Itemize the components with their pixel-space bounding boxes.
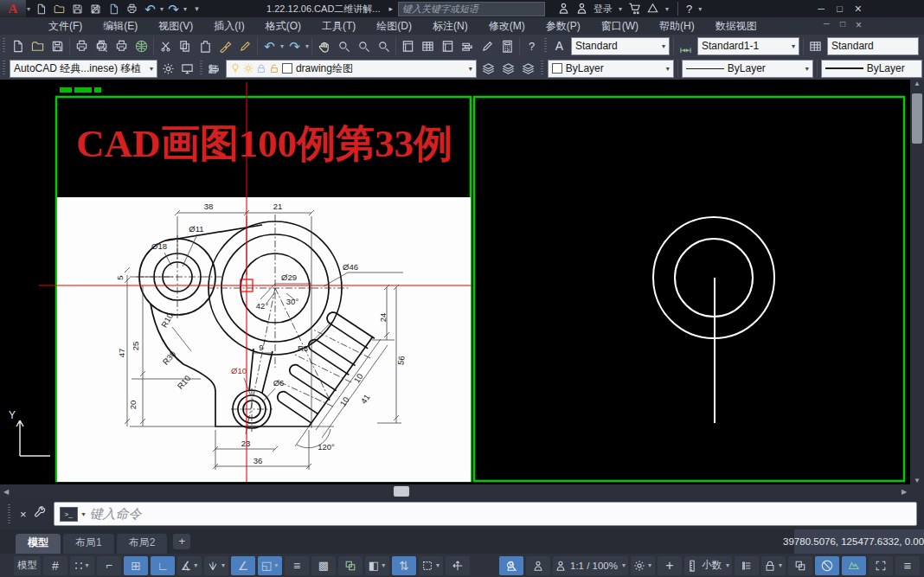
status-autoscale-button[interactable] [526,556,550,575]
command-grip[interactable] [8,504,10,523]
qat-undo-button[interactable]: ↶ [141,0,159,17]
status-gizmo-button[interactable] [446,556,470,575]
menu-item-H[interactable]: 帮助(H) [649,17,705,35]
add-layout-button[interactable]: + [173,534,190,549]
menu-item-M[interactable]: 修改(M) [478,17,536,35]
tab-布局2[interactable]: 布局2 [117,534,168,554]
markup-button[interactable] [478,37,497,54]
undo-button[interactable]: ↶ [260,37,279,54]
horizontal-scrollbar[interactable]: ◀ ▶ [0,484,924,498]
exchange-apps-button[interactable] [557,2,570,16]
a360-dropdown-icon[interactable]: ▾ [665,5,669,13]
status-polar-tracking-dropdown-icon[interactable]: ▾ [194,561,197,569]
sign-in-button[interactable] [575,2,588,16]
title-nav-arrow-icon[interactable]: ▸ [389,4,394,13]
lineweight-combo[interactable]: ByLayer [821,60,922,78]
doc-minimize-button[interactable]: ─ [824,19,830,31]
save-button[interactable] [48,37,67,54]
scroll-right-icon[interactable]: ▶ [898,488,910,496]
status-snap-mode-dropdown-icon[interactable]: ▾ [85,561,88,569]
menu-item-D[interactable]: 绘图(D) [366,17,422,35]
menu-item-N[interactable]: 标注(N) [422,17,478,35]
qat-undo-dropdown-icon[interactable]: ▾ [160,5,164,13]
status-grid-display-button[interactable]: # [43,556,67,575]
status-object-snap-button[interactable]: ◱▾ [258,556,282,575]
layer-previous-button[interactable] [498,60,518,77]
status-isometric-drafting-dropdown-icon[interactable]: ▾ [221,561,225,569]
table-style-combo[interactable]: Standard [827,37,919,55]
undo-dropdown-icon[interactable]: ▾ [280,42,284,50]
toolbar-grip[interactable] [3,61,5,76]
copy-button[interactable] [176,37,196,54]
status-transparency-button[interactable]: ▩ [311,556,336,575]
doc-restore-button[interactable]: □ [840,19,845,31]
status-workspace-switching-button[interactable]: ▾ [631,556,655,575]
doc-close-button[interactable]: × [856,19,862,31]
status-annotation-monitor-button[interactable]: + [658,556,682,575]
cut-button[interactable] [156,37,176,54]
qat-save-button[interactable] [68,0,87,17]
quick-calc-button[interactable] [497,37,517,54]
status-selection-cycling-button[interactable] [338,556,363,575]
web-publish-button[interactable] [132,37,151,54]
command-close-button[interactable]: × [20,508,27,521]
toolbar-grip[interactable] [3,38,5,54]
status-units-button[interactable]: 小数▾ [684,556,732,575]
app-menu-chevron-icon[interactable]: ▾ [27,5,30,13]
command-input[interactable]: >_ ▾ 键入命令 [54,502,917,526]
qat-open-file-button[interactable] [50,0,68,17]
help-button[interactable]: ? [686,3,692,15]
menu-item-T[interactable]: 工具(T) [311,17,366,35]
status-annotation-scale-dropdown-icon[interactable]: ▾ [622,561,626,569]
layer-combo[interactable]: drawing绘图▾ [226,60,477,78]
model-canvas[interactable]: CAD画图100例第33例 [0,80,924,484]
maximize-button[interactable]: □ [837,3,843,14]
zoom-realtime-button[interactable] [334,37,354,54]
toolbar-grip[interactable] [200,61,202,76]
scroll-down-icon[interactable]: ▼ [911,477,923,484]
plot-preview-button[interactable] [92,37,112,54]
tab-布局1[interactable]: 布局1 [63,534,114,554]
publish-button[interactable] [112,37,132,54]
status-selection-filtering-button[interactable]: ▾ [419,556,443,575]
sign-in-dropdown-icon[interactable]: ▾ [619,5,622,13]
help-dropdown-icon[interactable]: ▾ [698,5,702,13]
status-hardware-acceleration-button[interactable] [842,556,866,575]
menu-item-E[interactable]: 编辑(E) [93,17,148,35]
qat-redo-dropdown-icon[interactable]: ▾ [183,5,187,13]
horizontal-scroll-thumb[interactable] [394,486,409,497]
status-lineweight-display-button[interactable]: ≡ [285,556,309,575]
scroll-up-icon[interactable]: ▲ [911,80,923,87]
workspace-settings-button[interactable] [159,60,178,77]
status-graphics-performance-button[interactable] [815,556,839,575]
sign-in-label[interactable]: 登录 [594,3,613,16]
qat-qat-more-button[interactable]: ▾ [188,0,206,17]
status-dynamic-input-button[interactable]: ⊞ [124,556,148,575]
status-clean-screen-button[interactable] [869,556,893,575]
toolbar-grip[interactable] [544,38,547,54]
redo-dropdown-icon[interactable]: ▾ [305,42,309,50]
layer-properties-manager-button[interactable] [205,60,224,77]
qat-new-file-button[interactable] [32,0,50,17]
status-object-snap-dropdown-icon[interactable]: ▾ [274,561,278,569]
tab-模型[interactable]: 模型 [16,534,61,554]
menu-item-F[interactable]: 文件(F) [38,17,93,35]
new-file-button[interactable] [8,37,28,54]
menu-item-I[interactable]: 插入(I) [203,17,254,35]
command-history-dropdown-icon[interactable]: ▾ [82,510,86,518]
properties-button[interactable] [398,37,418,54]
zoom-window-button[interactable] [354,37,374,54]
zoom-previous-button[interactable] [374,37,394,54]
store-cart-button[interactable] [628,2,641,16]
paste-button[interactable] [196,37,215,54]
menu-item-V[interactable]: 视图(V) [148,17,203,35]
color-combo[interactable]: ByLayer▾ [548,60,674,78]
vertical-scroll-thumb[interactable] [912,93,922,144]
help-button[interactable]: ? [522,37,542,54]
linetype-combo[interactable]: ByLayer▾ [682,60,813,78]
status-dynamic-ucs-button[interactable]: ⇅ [392,556,416,575]
wrench-icon[interactable] [34,506,47,523]
pan-button[interactable] [314,37,334,54]
coordinates-readout[interactable]: 39780.5076, 125477.6332, 0.0000 [794,529,924,554]
block-editor-button[interactable] [235,37,255,54]
